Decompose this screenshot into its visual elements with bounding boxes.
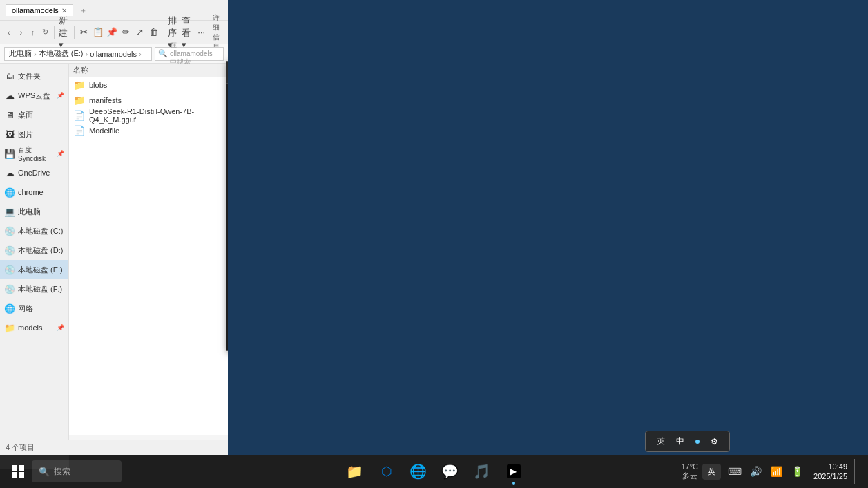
breadcrumb-part2: 本地磁盘 (E:) xyxy=(39,48,84,59)
cut-button[interactable]: ✂ xyxy=(78,24,89,41)
taskbar-app-explorer[interactable]: 📁 xyxy=(340,456,370,487)
chrome-icon: 🌐 xyxy=(4,187,15,198)
copy-button[interactable]: 📋 xyxy=(93,24,104,41)
properties-button[interactable]: 详细信息 xyxy=(213,24,224,41)
lang-en-label: 英 xyxy=(657,435,665,447)
fe-new-tab[interactable]: ＋ xyxy=(73,3,93,17)
onedrive-icon: ☁ xyxy=(4,167,15,178)
svg-rect-0 xyxy=(12,465,17,471)
file-deepseek-icon: 📄 xyxy=(73,110,85,121)
show-desktop-button[interactable] xyxy=(854,459,858,484)
file-name-manifests: manifests xyxy=(89,96,122,104)
file-explorer: ollamamodels ✕ ＋ ‹ › ↑ ↻ 新建▾ ✂ 📋 📌 ✏ ↗ 🗑… xyxy=(0,0,228,455)
search-icon: 🔍 xyxy=(158,49,168,58)
sidebar-item-onedrive[interactable]: ☁ OneDrive xyxy=(0,163,68,182)
desktop-icon: 🖥 xyxy=(4,109,15,120)
lang-item-en[interactable]: 英 xyxy=(654,434,668,449)
view-button[interactable]: 查看▾ xyxy=(182,24,193,41)
edge-icon: ⬡ xyxy=(381,464,392,479)
pin-icon2: 📌 xyxy=(57,324,64,331)
file-item-deepseek[interactable]: 📄 DeepSeek-R1-Distill-Qwen-7B-Q4_K_M.ggu… xyxy=(69,108,228,123)
battery-icon[interactable]: 🔋 xyxy=(787,462,807,481)
lang-item-zh[interactable]: 中 xyxy=(673,434,687,449)
sidebar-label: 此电脑 xyxy=(18,207,41,217)
disk-d-icon: 💿 xyxy=(4,245,15,256)
sidebar-label: 本地磁盘 (C:) xyxy=(18,226,63,236)
sidebar-item-disk-e[interactable]: 💿 本地磁盘 (E:) xyxy=(0,260,68,279)
keyboard-icon[interactable]: ⌨ xyxy=(725,462,744,481)
pictures-icon: 🖼 xyxy=(4,129,15,140)
svg-rect-3 xyxy=(19,472,24,478)
sidebar-item-folder[interactable]: 🗂 文件夹 xyxy=(0,66,68,86)
taskbar-right: 17°C 多云 英 ⌨ 🔊 📶 🔋 10:49 2025/1/25 xyxy=(681,459,862,484)
sidebar-item-disk-c[interactable]: 💿 本地磁盘 (C:) xyxy=(0,221,68,241)
file-item-blobs[interactable]: 📁 blobs xyxy=(69,77,228,93)
forward-button[interactable]: › xyxy=(16,26,25,39)
taskbar-app-netease[interactable]: 🎵 xyxy=(467,456,497,487)
lang-zh-label: 中 xyxy=(676,435,684,447)
volume-icon[interactable]: 🔊 xyxy=(746,462,765,481)
more-button[interactable]: ··· xyxy=(196,24,207,41)
file-name-modelfile: Modelfile xyxy=(89,126,119,135)
weather-widget[interactable]: 17°C 多云 xyxy=(681,462,698,481)
back-button[interactable]: ‹ xyxy=(4,26,13,39)
weather-desc: 多云 xyxy=(682,471,697,481)
sep2 xyxy=(74,26,75,39)
file-name-deepseek: DeepSeek-R1-Distill-Qwen-7B-Q4_K_M.gguf xyxy=(89,107,224,124)
search-box[interactable]: 🔍 在 ollamamodels 中搜索 xyxy=(155,47,224,61)
sidebar: 🗂 文件夹 ☁ WPS云盘 📌 🖥 桌面 🖼 图片 💾 百度Syncdisk 📌… xyxy=(0,64,69,469)
sidebar-item-pictures[interactable]: 🖼 图片 xyxy=(0,124,68,144)
sort-button[interactable]: 排序▾ xyxy=(168,24,179,41)
col-name-label: 名称 xyxy=(73,65,88,75)
sidebar-item-baidu[interactable]: 💾 百度Syncdisk 📌 xyxy=(0,144,68,163)
refresh-button[interactable]: ↻ xyxy=(40,26,49,39)
input-lang-toggle[interactable]: 英 xyxy=(702,464,721,480)
paste-button[interactable]: 📌 xyxy=(106,24,117,41)
taskbar-app-chrome[interactable]: 🌐 xyxy=(403,456,434,487)
sidebar-label: 网络 xyxy=(18,303,33,314)
network-icon[interactable]: 📶 xyxy=(766,462,786,481)
new-button[interactable]: 新建▾ xyxy=(59,24,70,41)
taskbar-clock[interactable]: 10:49 2025/1/25 xyxy=(811,460,850,483)
pin-icon: 📌 xyxy=(57,92,64,99)
wps-icon: ☁ xyxy=(4,90,15,101)
fe-tab-close[interactable]: ✕ xyxy=(61,7,67,15)
taskbar-app-terminal[interactable]: ▶ xyxy=(499,456,529,487)
sidebar-item-disk-d[interactable]: 💿 本地磁盘 (D:) xyxy=(0,241,68,260)
file-name-blobs: blobs xyxy=(89,81,107,89)
start-button[interactable] xyxy=(6,459,30,484)
taskbar-app-wechat[interactable]: 💬 xyxy=(435,456,465,487)
lang-settings[interactable]: ⚙ xyxy=(708,435,721,448)
active-dot xyxy=(695,440,700,444)
rename-button[interactable]: ✏ xyxy=(120,24,131,41)
share-button[interactable]: ↗ xyxy=(134,24,145,41)
sidebar-item-wps[interactable]: ☁ WPS云盘 📌 xyxy=(0,86,68,105)
taskbar-search[interactable]: 🔍 搜索 xyxy=(32,460,122,482)
sidebar-label: 本地磁盘 (E:) xyxy=(18,265,63,275)
chrome-icon: 🌐 xyxy=(409,463,427,480)
thispc-icon: 💻 xyxy=(4,206,15,217)
clock-time: 10:49 xyxy=(828,462,847,471)
up-button[interactable]: ↑ xyxy=(28,26,37,39)
baidu-icon: 💾 xyxy=(4,148,15,159)
breadcrumb[interactable]: 此电脑 › 本地磁盘 (E:) › ollamamodels › xyxy=(4,47,152,61)
pin-icon: 📌 xyxy=(57,150,64,157)
file-item-modelfile[interactable]: 📄 Modelfile xyxy=(69,123,228,138)
sidebar-label: WPS云盘 xyxy=(18,91,50,101)
clock-date: 2025/1/25 xyxy=(813,471,847,481)
sidebar-item-thispc[interactable]: 💻 此电脑 xyxy=(0,202,68,221)
sidebar-item-models[interactable]: 📁 models 📌 xyxy=(0,318,68,337)
delete-button[interactable]: 🗑 xyxy=(148,24,159,41)
taskbar-app-edge[interactable]: ⬡ xyxy=(372,456,402,487)
sep1 xyxy=(54,26,55,39)
sidebar-item-network[interactable]: 🌐 网络 xyxy=(0,299,68,318)
lang-popup: 英 中 ⚙ xyxy=(645,431,730,452)
file-item-manifests[interactable]: 📁 manifests xyxy=(69,93,228,108)
search-icon: 🔍 xyxy=(39,467,50,477)
status-bar: 4 个项目 xyxy=(0,440,228,455)
sidebar-item-chrome[interactable]: 🌐 chrome xyxy=(0,182,68,202)
sidebar-item-disk-f[interactable]: 💿 本地磁盘 (F:) xyxy=(0,279,68,299)
desktop-background xyxy=(228,0,868,455)
taskbar: 🔍 搜索 📁 ⬡ 🌐 💬 🎵 ▶ 17°C 多云 英 xyxy=(0,455,868,488)
sidebar-item-desktop[interactable]: 🖥 桌面 xyxy=(0,105,68,124)
